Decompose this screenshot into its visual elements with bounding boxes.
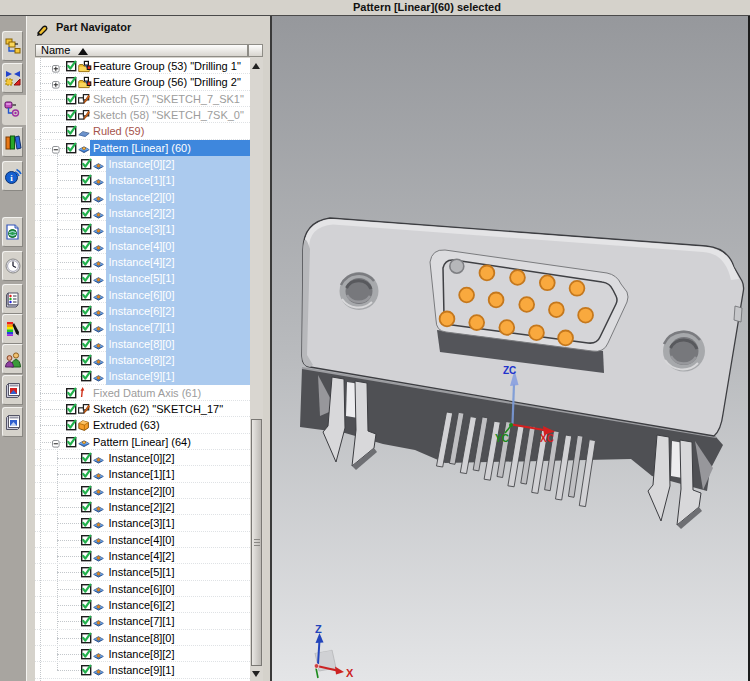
svg-text:YC: YC — [495, 433, 509, 444]
svg-text:Z: Z — [315, 623, 322, 635]
svg-text:XC: XC — [540, 433, 554, 444]
svg-text:ZC: ZC — [503, 365, 516, 376]
svg-text:X: X — [346, 667, 354, 679]
